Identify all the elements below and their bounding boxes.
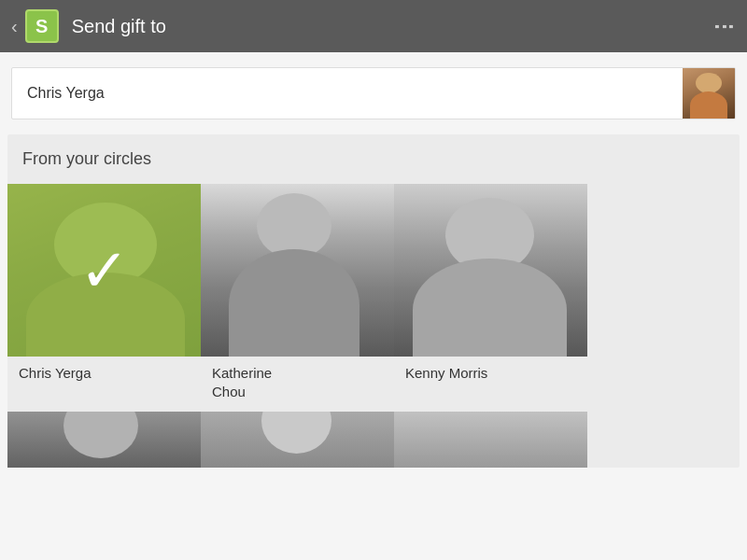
- contact-card-kenny-morris[interactable]: Kenny Morris: [394, 184, 587, 412]
- contact-card-bottom-2[interactable]: [201, 412, 394, 468]
- contact-grid: ✓ Chris Yerga KatherineChou Kenny Morris: [7, 184, 740, 468]
- contact-card-bottom-3[interactable]: [394, 412, 587, 468]
- contact-name-kenny-morris: Kenny Morris: [405, 364, 576, 383]
- contact-photo-bottom-2: [201, 412, 394, 468]
- contact-info-katherine-chou: KatherineChou: [201, 357, 394, 412]
- selected-contact-name: Chris Yerga: [12, 85, 683, 102]
- circles-section-title: From your circles: [7, 149, 740, 184]
- app-header: ‹ S Send gift to ⋮: [0, 0, 747, 52]
- contact-card-bottom-1[interactable]: [7, 412, 201, 468]
- back-button[interactable]: ‹: [11, 16, 18, 37]
- page-title: Send gift to: [72, 16, 712, 37]
- contact-name-chris-yerga: Chris Yerga: [19, 364, 190, 383]
- contact-info-chris-yerga: Chris Yerga: [7, 357, 201, 405]
- contact-photo-chris-yerga: ✓: [7, 184, 201, 357]
- kenny-morris-avatar: [394, 184, 587, 357]
- contact-photo-kenny-morris: [394, 184, 587, 357]
- app-logo: S: [25, 9, 59, 43]
- circles-section: From your circles ✓ Chris Yerga Katherin…: [7, 134, 740, 468]
- contact-card-chris-yerga[interactable]: ✓ Chris Yerga: [7, 184, 201, 412]
- contact-card-katherine-chou[interactable]: KatherineChou: [201, 184, 394, 412]
- selected-overlay: ✓: [7, 184, 201, 357]
- selected-contact-photo: [683, 67, 735, 119]
- bottom-avatar-2: [201, 412, 394, 468]
- overflow-menu-icon[interactable]: ⋮: [712, 15, 736, 37]
- contact-name-katherine-chou: KatherineChou: [212, 364, 383, 400]
- bottom-avatar-1: [7, 412, 201, 468]
- contact-photo-katherine-chou: [201, 184, 394, 357]
- contact-info-kenny-morris: Kenny Morris: [394, 357, 587, 405]
- contact-photo-bottom-1: [7, 412, 201, 468]
- bottom-avatar-3: [394, 412, 587, 468]
- selected-contact-avatar: [683, 67, 735, 119]
- contact-photo-bottom-3: [394, 412, 587, 468]
- selected-contact-bar[interactable]: Chris Yerga: [11, 67, 736, 119]
- checkmark-icon: ✓: [79, 241, 130, 301]
- katherine-chou-avatar: [201, 184, 394, 357]
